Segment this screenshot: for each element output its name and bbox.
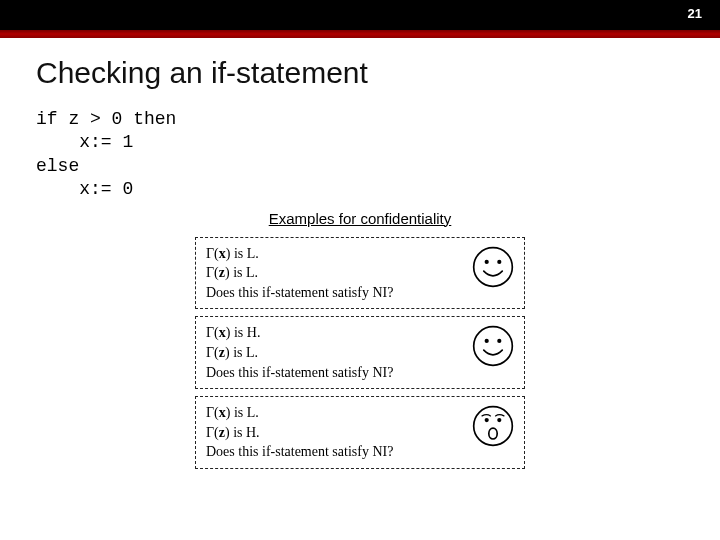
example-box: Γ(x) is H. Γ(z) is L. Does this if-state… — [195, 316, 525, 389]
examples-header: Examples for confidentiality — [195, 210, 525, 227]
svg-point-9 — [489, 428, 497, 439]
question-line: Does this if-statement satisfy NI? — [206, 442, 516, 462]
example-box: Γ(x) is L. Γ(z) is H. Does this if-state… — [195, 396, 525, 469]
slide-title: Checking an if-statement — [36, 56, 684, 90]
gamma-line: Γ(x) is L. — [206, 403, 516, 423]
svg-point-2 — [497, 259, 501, 263]
svg-point-4 — [485, 339, 489, 343]
svg-point-1 — [485, 259, 489, 263]
gamma-line: Γ(z) is L. — [206, 263, 516, 283]
svg-point-0 — [474, 247, 513, 286]
example-box: Γ(x) is L. Γ(z) is L. Does this if-state… — [195, 237, 525, 310]
gamma-line: Γ(z) is H. — [206, 423, 516, 443]
svg-point-3 — [474, 327, 513, 366]
svg-point-5 — [497, 339, 501, 343]
question-line: Does this if-statement satisfy NI? — [206, 363, 516, 383]
question-line: Does this if-statement satisfy NI? — [206, 283, 516, 303]
svg-point-7 — [485, 418, 489, 422]
example-boxes: Γ(x) is L. Γ(z) is L. Does this if-state… — [195, 237, 525, 469]
smile-icon — [472, 246, 514, 288]
gamma-line: Γ(x) is H. — [206, 323, 516, 343]
gamma-line: Γ(z) is L. — [206, 343, 516, 363]
smile-icon — [472, 325, 514, 367]
surprise-icon — [472, 405, 514, 447]
page-number: 21 — [688, 6, 702, 21]
code-block: if z > 0 then x:= 1 else x:= 0 — [36, 108, 684, 202]
slide-content: Checking an if-statement if z > 0 then x… — [0, 38, 720, 469]
slide-header: 21 — [0, 0, 720, 38]
gamma-line: Γ(x) is L. — [206, 244, 516, 264]
accent-stripe — [0, 30, 720, 38]
svg-point-8 — [497, 418, 501, 422]
